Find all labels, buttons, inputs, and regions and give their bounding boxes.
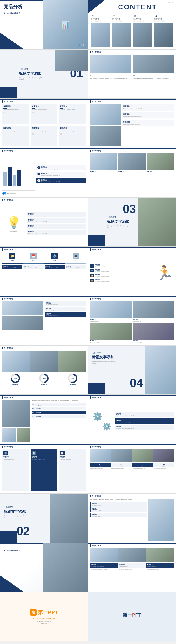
list-item: 标题添加 This template is exclusively design… (115, 412, 174, 417)
list-item: 标题添加 This template by PPT (90, 502, 147, 507)
list-item: 标题添加 This template is exclusively design… (122, 120, 174, 126)
slide-numbered-photos: 第一章节标题 标题添加 This template by PPT creatio… (88, 543, 176, 592)
list-item: 03 标题添加 (32, 411, 86, 414)
list-item: 标题添加 This template designed by PPT (45, 302, 86, 306)
list-item: ▪ 标题添加 This template is exclusively desi… (36, 165, 86, 170)
slide-header: 第一章节标题 (90, 51, 101, 53)
cover-triangle (0, 33, 24, 49)
progress-item: 75% 标题添加 (11, 374, 20, 385)
list-item: 02 标题添加 (32, 407, 86, 410)
chapter-content: 01. This template is exclusively designe… (90, 55, 174, 96)
list-item: 标题添加 This template is exclusively design… (115, 425, 174, 430)
slide-chapter-photos: 第一章节标题 01. This template is exclusively … (88, 49, 176, 99)
slide-header: 第一章节标题 (2, 446, 13, 448)
list-item: 🔒 标题添加 This template exclusively designe… (90, 278, 154, 282)
cover-main-title: 竞品分析 (4, 4, 23, 9)
progress-circles: 75% 标题添加 50% 标题添加 56% 标题添加 (2, 374, 86, 385)
content-item-1: 01 第一章节标题 第一章节标题说明文字添加 (91, 14, 110, 47)
progress-item: 56% 标题添加 (68, 374, 77, 385)
list-item: ≡ 标题添加 This template exclusively designe… (90, 264, 154, 268)
slide-list-icons-right: 第一章节标题 ≡ 标题添加 This template exclusively … (88, 247, 176, 296)
photo-grid (2, 351, 86, 372)
slide-header: 第一章节标题 (2, 248, 13, 251)
footer-logo-right: 第一PPT (88, 592, 176, 642)
list6-grid: 标题添加 This template is exclusively design… (2, 104, 86, 146)
photo-card: 标题添加 This template by PPT (90, 323, 132, 344)
list-item: 标题添加 This template designed by PPT (45, 265, 65, 269)
cover-dots (79, 44, 84, 46)
cover-title-area: 竞品分析 第一PPT网络科技公司 (4, 4, 23, 14)
list-item: 标题添加 This template is exclusively design… (31, 126, 58, 146)
slide-header: 第一章节标题 (90, 396, 101, 399)
content-item-2: 02 第二章节标题 第二章节标题说明文字添加 (112, 14, 131, 47)
footer-url: HTTP://WWW.1PPT.COM (33, 617, 55, 620)
slide-header: 第一章节标题 (90, 150, 101, 152)
list-item: ▪ 标题添加 This template is exclusively desi… (36, 178, 86, 183)
list-item: 📶 标题添加 This template exclusively designe… (90, 274, 154, 277)
slide-section-04: 第四章节 标题文字添加 This template is exclusively… (88, 346, 176, 395)
bar-chart: NO01 NO02 NO03 NO04 (2, 154, 35, 195)
slide-header: 第一章节标题 (2, 347, 13, 349)
list-item: 标题添加 This template is exclusively design… (27, 212, 86, 217)
content-item-3: 03 第三章节标题 第三章节标题说明文字添加 (133, 14, 152, 47)
list-item: 标题添加 This template is exclusively design… (27, 218, 86, 223)
cover-image: 📊 (43, 0, 88, 49)
progress-item: 50% 标题添加 (39, 374, 49, 385)
list-item: 标题添加 This template is exclusively design… (122, 112, 174, 118)
slide-list6: 第一章节标题 标题添加 This template is exclusively… (0, 99, 88, 148)
slide-header: 第一章节标题 (2, 150, 13, 152)
list-item: 标题添加 This template is exclusively design… (122, 104, 174, 110)
slide-header: 第一章节标题 (90, 100, 101, 103)
list-item: 标题添加 This template is exclusively design… (2, 126, 29, 146)
list-item: 01 标题添加 (32, 404, 86, 406)
footer-logo-left: 包 第一PPT HTTP://WWW.1PPT.COM 更多精品PPT模板素材尽… (0, 592, 88, 642)
icon-item: 📁 2020 (2, 253, 22, 261)
content-item-4: 04 第四章节标题 第四章节标题说明文字添加 (154, 14, 173, 47)
list-item: 标题添加 This template by PPT (146, 563, 174, 568)
list-item: ⚙️ 标题添加 This template designed by PPT (2, 450, 29, 491)
icons-row: 📁 2020 📅 2021 ⚙️ 2022 💻 2023 (2, 253, 86, 261)
list-item: 04 标题添加 (32, 414, 86, 418)
slide-header: 第一章节标题 (90, 248, 101, 251)
slide-cover: 竞品分析 第一PPT网络科技公司 演讲人：某某某 时间：20 XX-XX 📊 (0, 0, 88, 49)
photo-col: 标题添加 This template is exclusively design… (118, 154, 145, 195)
content-meta: 目录 · 001 (168, 2, 173, 3)
list-item: ▣ 标题添加 This template exclusively designe… (90, 269, 154, 272)
list-item: ▪ 标题添加 This template is exclusively desi… (36, 172, 86, 177)
photo-card: 标题添加 This template by PPT (90, 302, 132, 322)
logo-baotunet: 包 第一PPT (30, 609, 58, 616)
section-chapter-info: 第一章节 标题文字添加 This template is exclusively… (19, 68, 47, 80)
slide-header: 第一章节标题 (2, 298, 13, 300)
cover-divider (4, 10, 11, 11)
slide-header: 第一章节标题 (2, 100, 13, 103)
slide-timeline: 第一章节标题 📁 2020 📅 2021 ⚙️ 2022 💻 2023 (0, 247, 88, 296)
list-item: 标题添加 This template is exclusively design… (115, 418, 174, 424)
slide-progress: 第一章节标题 75% 标题添加 50% (0, 346, 88, 395)
slide-gears: 第一章节标题 ⚙️ ⚙️ 标题添加 This template is exclu… (88, 395, 176, 444)
section-photo (55, 50, 88, 70)
icon-item: ⚙️ 2022 (45, 253, 65, 261)
bulb-area: 💡 标题添加中心 (2, 203, 26, 244)
gears-area: ⚙️ ⚙️ (90, 400, 114, 442)
slide-multi-photo: 第一章节标题 01 标题添加 02 标题添加 03 (88, 444, 176, 494)
section-blue-block (88, 383, 105, 394)
slide-barchart: 第一章节标题 NO01 NO02 NO03 (0, 148, 88, 197)
photo-card: 标题添加 This template by PPT (133, 323, 174, 344)
list-item: 📋 标题添加 This template designed by PPT (59, 450, 86, 491)
content-items: 01 第一章节标题 第一章节标题说明文字添加 02 第二章节标题 第二章节标题说… (91, 14, 173, 47)
slide-content: 目录 · 001 CONTENT 01 第一章节标题 第一章节标题说明文字添加 … (88, 0, 176, 49)
slide-text-photo2: 第一章节标题 This template is exclusively desi… (88, 494, 176, 543)
section-photo (138, 198, 176, 247)
list-item: 标题添加 This template by PPT (90, 513, 147, 518)
list-item: 标题添加 This template is exclusively design… (31, 104, 58, 124)
section-info: 第三章节 标题文字添加 This template is exclusively… (107, 216, 130, 228)
list-item: 标题添加 This template is exclusively design… (59, 104, 86, 124)
slide-header: 第一章节标题 (2, 396, 13, 399)
list-item: 标题添加 This template designed by PPT (2, 265, 22, 269)
list-item: 标题添加 This template is exclusively design… (2, 104, 29, 124)
main-photo (2, 400, 30, 428)
photo-col: 标题添加 This template is exclusively design… (147, 154, 174, 195)
icon-item: 💻 2023 (66, 253, 86, 261)
slide-photo-items: 第一章节标题 标题添加 This template is exclusively… (88, 99, 176, 148)
list-item: 标题添加 This template is exclusively design… (27, 230, 86, 235)
